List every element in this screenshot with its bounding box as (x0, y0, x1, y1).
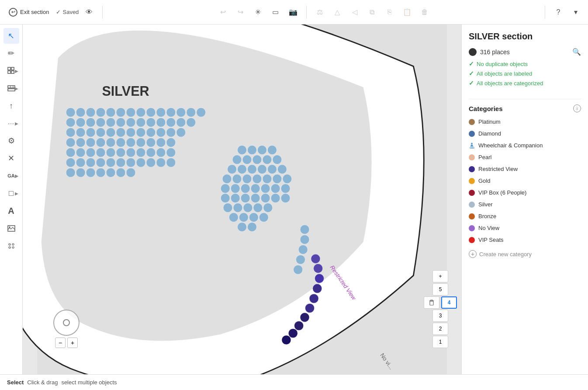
category-vip-seats[interactable]: VIP Seats (469, 236, 581, 244)
image-tool[interactable] (3, 220, 19, 236)
triangle-button[interactable]: △ (330, 5, 344, 19)
gold-color (469, 178, 475, 184)
svg-point-133 (253, 203, 263, 212)
draw-tool[interactable]: ✏ (3, 45, 19, 61)
booth-tool[interactable] (3, 238, 19, 254)
trash-icon (429, 299, 435, 306)
svg-point-30 (76, 118, 85, 127)
navigation-controls: − + (53, 310, 80, 348)
table-tool[interactable]: ▶ (3, 80, 19, 96)
svg-point-78 (86, 158, 95, 167)
pearl-label: Pearl (478, 154, 491, 160)
cross-tool[interactable]: ✕ (3, 150, 19, 166)
category-restricted-view[interactable]: Restricted View (469, 165, 581, 173)
eye-button[interactable]: 👁 (82, 5, 96, 19)
svg-point-92 (116, 168, 125, 177)
svg-point-16 (76, 108, 85, 117)
svg-point-110 (232, 174, 242, 184)
category-bronze[interactable]: Bronze (469, 212, 581, 220)
rect-button[interactable]: ▭ (269, 5, 283, 19)
zoom-out-button[interactable]: − (55, 338, 66, 348)
grid-tool[interactable]: ▶ (3, 63, 19, 79)
dots-tool[interactable]: ··· ▶ (3, 115, 19, 131)
settings-tool[interactable]: ⚙ (3, 133, 19, 149)
places-search-button[interactable]: 🔍 (572, 48, 581, 56)
category-gold[interactable]: Gold (469, 177, 581, 185)
category-platinum[interactable]: Platinum (469, 118, 581, 126)
svg-point-13 (12, 247, 14, 248)
category-wheelchair[interactable]: Wheelchair & Companion (469, 141, 581, 150)
ga-arrow: ▶ (15, 174, 18, 178)
delete-button[interactable]: 🗑 (418, 5, 432, 19)
svg-point-43 (76, 128, 85, 137)
places-count: 316 places (480, 49, 510, 56)
category-vip-box[interactable]: VIP Box (6 People) (469, 188, 581, 197)
svg-point-143 (298, 245, 308, 254)
svg-point-85 (156, 158, 166, 167)
undo-button[interactable]: ↩ (216, 5, 230, 19)
row-controls: + 5 4 3 2 1 (424, 270, 457, 348)
exit-icon: ↩ (9, 8, 17, 17)
ga-tool[interactable]: GA ▶ (3, 168, 19, 184)
canvas-area[interactable]: SILVER (23, 24, 461, 374)
svg-point-19 (106, 108, 115, 117)
pan-control[interactable] (53, 310, 80, 336)
svg-point-121 (271, 184, 280, 193)
shape-tool[interactable]: □ ▶ (3, 185, 19, 201)
dots-arrow: ▶ (15, 121, 18, 126)
row-2[interactable]: 2 (432, 323, 448, 335)
svg-point-89 (86, 168, 95, 177)
pointer-tool[interactable]: ↑ (3, 98, 19, 114)
row-add-button[interactable]: + (432, 270, 448, 282)
exit-section-button[interactable]: ↩ Exit section (5, 6, 52, 18)
row-5[interactable]: 5 (432, 283, 448, 296)
svg-point-57 (96, 138, 105, 147)
svg-point-84 (146, 158, 156, 167)
select-tool[interactable]: ↖ (3, 28, 19, 44)
duplicate-button[interactable]: ⧉ (365, 5, 379, 19)
saved-check-icon: ✓ (56, 9, 61, 15)
category-diamond[interactable]: Diamond (469, 129, 581, 138)
row-4[interactable]: 4 (441, 296, 457, 309)
svg-point-144 (296, 255, 305, 264)
pearl-color (469, 154, 475, 160)
svg-point-148 (315, 274, 324, 283)
svg-point-15 (66, 108, 75, 117)
screenshot-button[interactable]: 📷 (286, 5, 300, 19)
categories-info-button[interactable]: i (573, 104, 581, 112)
copy-button[interactable]: ⎘ (383, 5, 397, 19)
svg-point-39 (166, 118, 176, 127)
paste-button[interactable]: 📋 (400, 5, 414, 19)
row-3[interactable]: 3 (432, 310, 448, 322)
zoom-in-button[interactable]: + (67, 338, 78, 348)
align-button[interactable]: ⚖ (313, 5, 327, 19)
toolbar-center: ↩ ↪ ✳ ▭ 📷 ⚖ △ ◁ ⧉ ⎘ 📋 🗑 (109, 5, 539, 19)
svg-point-26 (176, 108, 186, 117)
back-button[interactable]: ◁ (348, 5, 362, 19)
svg-point-33 (106, 118, 115, 127)
svg-point-119 (251, 184, 260, 193)
select-label: Select (7, 379, 24, 386)
redo-button[interactable]: ↪ (234, 5, 248, 19)
category-pearl[interactable]: Pearl (469, 153, 581, 161)
svg-point-138 (259, 213, 268, 222)
svg-point-73 (146, 148, 156, 157)
svg-point-102 (273, 155, 282, 164)
validation-text-3: All objects are categorized (477, 80, 543, 87)
category-no-view[interactable]: No View (469, 224, 581, 232)
row-delete-button[interactable] (424, 296, 439, 309)
svg-point-60 (126, 138, 135, 147)
dropdown-button[interactable]: ▾ (569, 5, 583, 19)
svg-point-29 (66, 118, 75, 127)
category-silver[interactable]: Silver (469, 200, 581, 209)
svg-point-65 (66, 148, 75, 157)
create-category-button[interactable]: + Create new category (469, 249, 581, 259)
help-button[interactable]: ? (551, 5, 565, 19)
places-dot (469, 48, 477, 56)
row-1[interactable]: 1 (432, 336, 448, 348)
text-tool[interactable]: A (3, 203, 19, 219)
svg-point-37 (146, 118, 156, 127)
svg-point-52 (166, 128, 176, 137)
snap-button[interactable]: ✳ (251, 5, 265, 19)
svg-point-54 (66, 138, 75, 147)
